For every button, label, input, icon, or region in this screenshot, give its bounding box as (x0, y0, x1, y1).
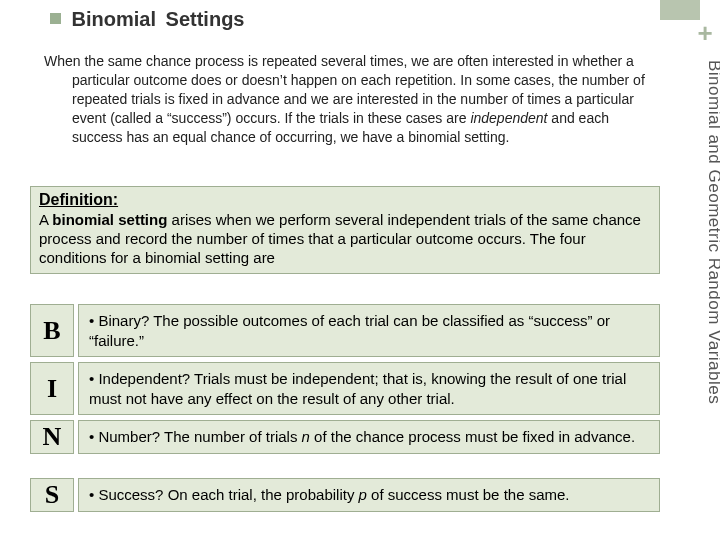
intro-paragraph: When the same chance process is repeated… (44, 52, 649, 146)
cond-letter-b: B (30, 304, 74, 357)
cond-b-prefix: • Binary? (89, 312, 153, 329)
corner-accent (660, 0, 700, 20)
cond-text-s: • Success? On each trial, the probabilit… (78, 478, 660, 512)
cond-letter-i: I (30, 362, 74, 415)
slide: + Binomial and Geometric Random Variable… (0, 0, 720, 540)
definition-body: A binomial setting arises when we perfor… (39, 211, 651, 267)
condition-row-n: N • Number? The number of trials n of th… (30, 414, 660, 454)
definition-box: Definition: A binomial setting arises wh… (30, 186, 660, 274)
cond-s-prefix: • Success? (89, 486, 168, 503)
cond-letter-s: S (30, 478, 74, 512)
title-rest: Settings (166, 8, 245, 30)
cond-n-italic: n (302, 428, 310, 445)
plus-icon: + (690, 18, 720, 49)
cond-n-pre: The number of trials (164, 428, 302, 445)
title-strong: Binomial (72, 8, 156, 30)
cond-i-prefix: • Independent? (89, 370, 194, 387)
title-bullet-icon (50, 13, 61, 24)
cond-text-b: • Binary? The possible outcomes of each … (78, 304, 660, 357)
condition-row-b: B • Binary? The possible outcomes of eac… (30, 298, 660, 357)
slide-title: Binomial Settings (50, 8, 244, 31)
def-bold: binomial setting (52, 211, 167, 228)
side-label: Binomial and Geometric Random Variables (686, 60, 720, 500)
cond-text-n: • Number? The number of trials n of the … (78, 420, 660, 454)
cond-text-i: • Independent? Trials must be independen… (78, 362, 660, 415)
intro-text-italic: independent (470, 110, 547, 126)
cond-s-post: of success must be the same. (367, 486, 570, 503)
cond-n-post: of the chance process must be fixed in a… (310, 428, 635, 445)
def-pre: A (39, 211, 52, 228)
condition-row-s: S • Success? On each trial, the probabil… (30, 472, 660, 512)
cond-n-prefix: • Number? (89, 428, 164, 445)
condition-row-i: I • Independent? Trials must be independ… (30, 356, 660, 415)
cond-s-pre: On each trial, the probability (168, 486, 359, 503)
cond-letter-n: N (30, 420, 74, 454)
cond-s-italic: p (359, 486, 367, 503)
cond-b-body: The possible outcomes of each trial can … (89, 312, 610, 349)
definition-heading: Definition: (39, 191, 651, 209)
